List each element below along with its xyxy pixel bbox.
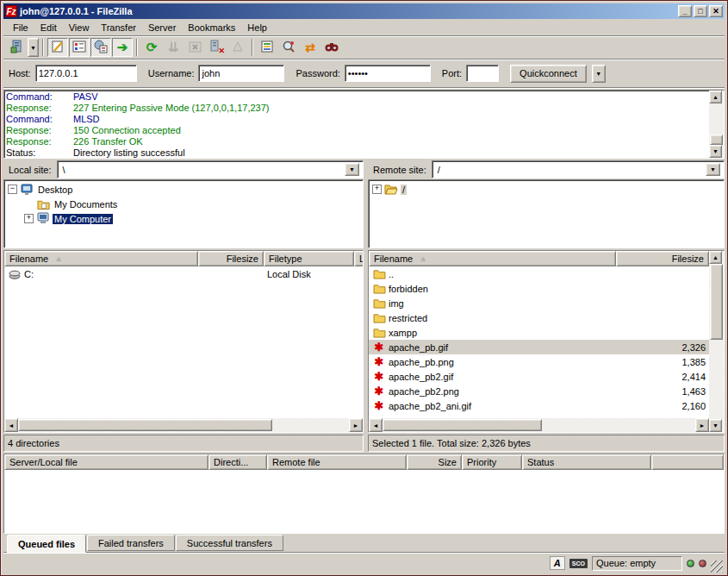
remote-site-combo[interactable]: / ▼ — [432, 160, 725, 178]
remote-file-row[interactable]: restricted — [369, 310, 709, 325]
queue-col-status[interactable]: Status — [522, 454, 651, 470]
tree-item-my-computer[interactable]: + My Computer — [4, 211, 363, 226]
menu-edit[interactable]: Edit — [34, 21, 63, 34]
close-button[interactable]: ✕ — [709, 5, 723, 17]
queue-col-priority[interactable]: Priority — [462, 454, 522, 470]
chevron-down-icon[interactable]: ▼ — [706, 163, 720, 176]
scroll-left-icon[interactable]: ◄ — [4, 418, 18, 432]
folder-icon — [372, 313, 386, 323]
filter-icon — [260, 40, 274, 55]
find-files-button[interactable] — [321, 38, 342, 57]
toggle-queue-button[interactable]: ➔ — [112, 38, 133, 57]
remote-file-row[interactable]: forbidden — [369, 281, 709, 296]
local-site-combo[interactable]: \ ▼ — [57, 160, 364, 178]
remote-tree[interactable]: + / — [368, 179, 725, 248]
local-col-filename[interactable]: Filename▲ — [4, 251, 198, 266]
log-text: 227 Entering Passive Mode (127,0,0,1,17,… — [73, 103, 269, 114]
remote-list-rows[interactable]: .. forbidden img restricted — [369, 266, 709, 418]
process-queue-button[interactable]: ⇊ — [163, 38, 184, 57]
local-col-filesize[interactable]: Filesize — [198, 251, 264, 266]
speed-limit-badge-icon[interactable]: SCO — [569, 559, 588, 568]
resize-grip[interactable] — [711, 560, 723, 573]
synchronized-browsing-button[interactable]: ⇄ — [300, 38, 320, 57]
remote-file-row[interactable]: ✱apache_pb2.gif 2,414 — [369, 369, 709, 384]
queue-col-remote-file[interactable]: Remote file — [267, 454, 407, 470]
scroll-right-icon[interactable]: ► — [349, 418, 363, 432]
local-hscroll-thumb[interactable] — [18, 419, 272, 431]
binoculars-icon — [325, 41, 339, 54]
title-bar[interactable]: Fz john@127.0.0.1 - FileZilla _ □ ✕ — [3, 3, 725, 19]
queue-col-direction[interactable]: Directi... — [208, 454, 267, 470]
remote-hscrollbar[interactable]: ◄ ► — [369, 418, 709, 432]
message-log-body[interactable]: Command:PASV Response:227 Entering Passi… — [4, 91, 709, 158]
menu-view[interactable]: View — [63, 21, 96, 34]
toggle-log-button[interactable] — [47, 38, 68, 57]
toggle-remote-tree-button[interactable] — [90, 38, 111, 57]
local-col-filetype[interactable]: Filetype — [264, 251, 354, 266]
site-manager-button[interactable] — [6, 38, 27, 57]
remote-vscrollbar[interactable]: ▲ ▼ — [709, 251, 724, 432]
password-input[interactable] — [345, 65, 431, 82]
reconnect-button[interactable] — [227, 38, 248, 57]
scroll-down-icon[interactable]: ▼ — [709, 419, 722, 432]
menu-file[interactable]: File — [7, 21, 34, 34]
chevron-down-icon[interactable]: ▼ — [345, 163, 359, 176]
directory-comparison-button[interactable] — [278, 38, 299, 57]
queue-col-server-local-file[interactable]: Server/Local file — [4, 454, 208, 470]
remote-file-row[interactable]: img — [369, 296, 709, 310]
username-input[interactable] — [198, 65, 284, 82]
tab-queued-files[interactable]: Queued files — [7, 535, 86, 553]
menu-server[interactable]: Server — [142, 21, 182, 34]
local-list-rows[interactable]: C: Local Disk — [4, 266, 363, 418]
menu-help[interactable]: Help — [241, 21, 273, 34]
quickconnect-dropdown[interactable]: ▼ — [592, 65, 606, 83]
remote-file-row[interactable]: ✱apache_pb.png 1,385 — [369, 354, 709, 369]
scroll-up-icon[interactable]: ▲ — [709, 91, 722, 103]
remote-col-filename[interactable]: Filename▲ — [369, 251, 616, 266]
tab-failed-transfers[interactable]: Failed transfers — [87, 535, 175, 551]
collapse-icon[interactable]: − — [8, 185, 17, 194]
queue-list-empty[interactable] — [4, 470, 724, 533]
queue-col-size[interactable]: Size — [407, 454, 462, 470]
tree-item-root[interactable]: + / — [369, 182, 724, 197]
tree-item-desktop[interactable]: − Desktop — [4, 182, 363, 197]
expand-icon[interactable]: + — [24, 214, 34, 223]
local-col-truncated[interactable]: L — [354, 251, 364, 266]
scroll-left-icon[interactable]: ◄ — [369, 418, 383, 432]
host-input[interactable] — [35, 65, 137, 82]
scroll-down-icon[interactable]: ▼ — [709, 145, 722, 158]
data-type-indicator-icon[interactable]: A — [550, 556, 565, 570]
remote-file-row-selected[interactable]: ✱apache_pb.gif 2,326 — [369, 340, 709, 354]
local-hscrollbar[interactable]: ◄ ► — [4, 418, 363, 432]
scroll-right-icon[interactable]: ► — [695, 418, 709, 432]
tab-successful-transfers[interactable]: Successful transfers — [176, 535, 283, 551]
site-manager-dropdown[interactable]: ▼ — [28, 38, 39, 57]
log-scrollbar[interactable]: ▲ ▼ — [709, 91, 724, 158]
filter-button[interactable] — [257, 38, 277, 57]
local-file-row[interactable]: C: Local Disk — [4, 266, 363, 281]
toggle-local-tree-button[interactable] — [69, 38, 90, 57]
remote-vscroll-thumb[interactable] — [710, 264, 723, 340]
tree-item-my-documents[interactable]: My Documents — [4, 197, 363, 211]
menu-bookmarks[interactable]: Bookmarks — [182, 21, 241, 34]
log-label: Response: — [6, 103, 73, 114]
remote-file-row[interactable]: xampp — [369, 325, 709, 340]
remote-file-row[interactable]: ✱apache_pb2.png 1,463 — [369, 384, 709, 398]
remote-file-row[interactable]: ✱apache_pb2_ani.gif 2,160 — [369, 398, 709, 413]
quickconnect-button[interactable]: Quickconnect — [510, 65, 587, 83]
log-scroll-thumb[interactable] — [710, 135, 723, 145]
remote-file-row[interactable]: .. — [369, 266, 709, 281]
expand-icon[interactable]: + — [372, 185, 382, 194]
maximize-button[interactable]: □ — [694, 5, 707, 17]
remote-col-filesize[interactable]: Filesize — [616, 251, 709, 266]
scroll-up-icon[interactable]: ▲ — [709, 251, 722, 264]
menu-transfer[interactable]: Transfer — [95, 21, 142, 34]
minimize-button[interactable]: _ — [678, 5, 692, 17]
disconnect-x-icon: ✕ — [218, 47, 225, 55]
disconnect-button[interactable]: ✕ — [206, 38, 227, 57]
local-tree[interactable]: − Desktop My Documents + — [3, 179, 364, 248]
cancel-operation-button[interactable] — [184, 38, 205, 57]
refresh-button[interactable]: ⟳ — [141, 38, 162, 57]
remote-hscroll-thumb[interactable] — [383, 419, 542, 431]
port-input[interactable] — [466, 65, 499, 82]
